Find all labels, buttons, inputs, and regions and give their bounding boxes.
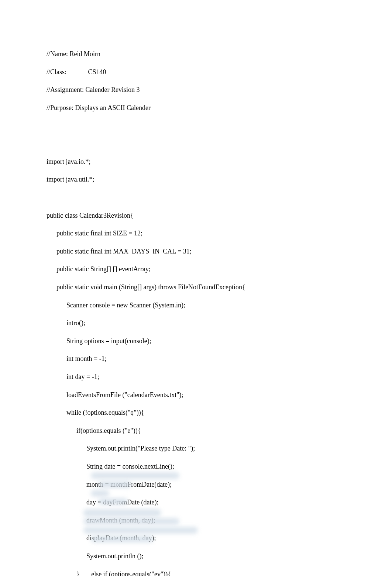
import-io: import java.io.*;: [47, 157, 345, 166]
const-size: public static final int SIZE = 12;: [47, 229, 345, 238]
comment-class: //Class: CS140: [47, 68, 345, 76]
stmt-options: String options = input(console);: [47, 337, 345, 345]
stmt-if-e: if(options.equals ("e")){: [47, 426, 345, 435]
comment-name: //Name: Reid Moirn: [47, 49, 345, 58]
stmt-day-init: int day = -1;: [47, 372, 345, 381]
stmt-e-display: displayDate (month, day);: [47, 534, 345, 542]
stmt-scanner: Scanner console = new Scanner (System.in…: [47, 301, 345, 310]
stmt-e-day: day = dayFromDate (date);: [47, 498, 345, 507]
const-maxdays: public static final int MAX_DAYS_IN_CAL …: [47, 247, 345, 256]
stmt-e-print: System.out.println("Please type Date: ")…: [47, 444, 345, 453]
stmt-e-date: String date = console.nextLine();: [47, 462, 345, 471]
field-eventarray: public static String[] [] eventArray;: [47, 265, 345, 273]
stmt-e-draw: drawMonth (month, day);: [47, 516, 345, 525]
comment-assignment: //Assignment: Calender Revision 3: [47, 85, 345, 94]
stmt-e-println: System.out.println ();: [47, 552, 345, 561]
comment-purpose: //Purpose: Displays an ASCII Calender: [47, 103, 345, 112]
class-declaration: public class Calendar3Revision{: [47, 211, 345, 220]
stmt-intro: intro();: [47, 318, 345, 327]
stmt-e-month: month = monthFromDate(date);: [47, 480, 345, 489]
stmt-elseif-ev: } else if (options.equals("ev")){: [47, 570, 345, 576]
stmt-month-init: int month = -1;: [47, 354, 345, 363]
main-declaration: public static void main (String[] args) …: [47, 283, 345, 292]
code-document: //Name: Reid Moirn //Class: CS140 //Assi…: [0, 0, 392, 576]
stmt-while: while (!options.equals("q")){: [47, 408, 345, 417]
stmt-load: loadEventsFromFile ("calendarEvents.txt"…: [47, 390, 345, 399]
import-util: import java.util.*;: [47, 175, 345, 184]
